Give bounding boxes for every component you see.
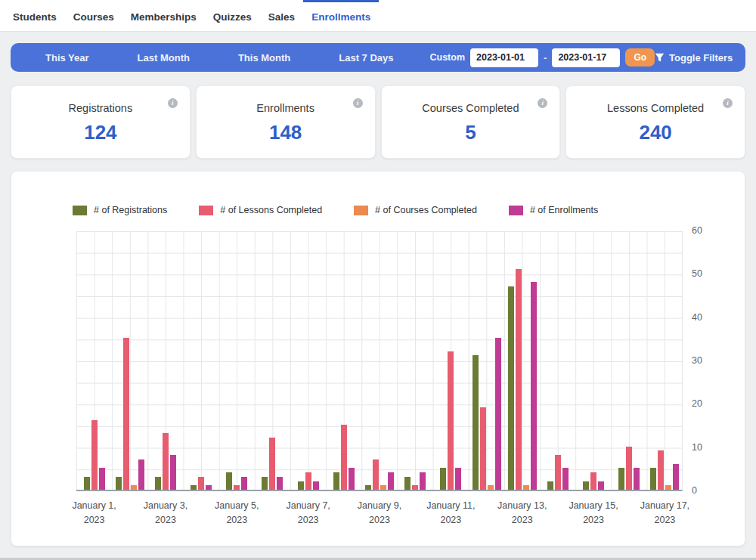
bar[interactable]	[555, 455, 561, 490]
bar[interactable]	[298, 481, 304, 490]
date-from-input[interactable]	[470, 48, 538, 67]
x-axis-tick-label: January 11,2023	[413, 499, 488, 528]
bar[interactable]	[583, 481, 589, 490]
bar[interactable]	[313, 481, 319, 490]
bar[interactable]	[269, 438, 275, 490]
bar[interactable]	[373, 459, 379, 490]
bar[interactable]	[598, 481, 604, 490]
bar-group	[469, 231, 504, 490]
bar[interactable]	[650, 468, 656, 490]
bar[interactable]	[191, 485, 197, 490]
tab-courses[interactable]: Courses	[65, 0, 122, 31]
bar[interactable]	[123, 338, 129, 490]
bar[interactable]	[91, 420, 98, 490]
bar[interactable]	[658, 450, 664, 490]
bar[interactable]	[365, 485, 371, 490]
bar[interactable]	[412, 485, 418, 490]
bar[interactable]	[420, 472, 426, 490]
bar[interactable]	[388, 472, 394, 490]
info-icon[interactable]: i	[168, 98, 178, 108]
bar[interactable]	[155, 477, 161, 490]
bar[interactable]	[198, 477, 204, 490]
quick-link-this-month[interactable]: This Month	[238, 52, 290, 63]
bar-group	[112, 231, 147, 490]
bar[interactable]	[673, 464, 679, 490]
custom-date-range: Custom - Go	[430, 48, 655, 67]
bar-group	[433, 231, 469, 490]
bar[interactable]	[116, 477, 122, 490]
bar-group	[398, 231, 433, 490]
bar-group	[147, 231, 183, 490]
filter-funnel-icon	[655, 53, 665, 63]
stat-card-value: 148	[197, 121, 375, 144]
bar[interactable]	[84, 477, 90, 490]
toggle-filters-button[interactable]: Toggle Filters	[655, 52, 733, 63]
bar[interactable]	[138, 459, 144, 490]
bar[interactable]	[333, 472, 339, 490]
quick-link-last-month[interactable]: Last Month	[138, 52, 190, 63]
quick-link-this-year[interactable]: This Year	[45, 52, 89, 63]
stat-card-lessons-completed: Lessons Completedi240	[565, 85, 745, 159]
bar[interactable]	[523, 485, 529, 490]
bar[interactable]	[262, 477, 268, 490]
legend-label: # of Lessons Completed	[220, 205, 322, 215]
tab-memberships[interactable]: Memberships	[122, 0, 205, 31]
stat-card-courses-completed: Courses Completedi5	[381, 85, 561, 159]
legend-swatch	[73, 206, 87, 215]
info-icon[interactable]: i	[353, 98, 363, 108]
bar[interactable]	[562, 468, 569, 490]
bar[interactable]	[99, 468, 105, 490]
bar[interactable]	[277, 477, 283, 490]
bar[interactable]	[626, 447, 632, 490]
bar[interactable]	[634, 468, 640, 490]
bar[interactable]	[448, 351, 454, 490]
bar[interactable]	[455, 468, 461, 490]
bar[interactable]	[241, 477, 247, 490]
bar[interactable]	[508, 286, 514, 490]
legend-swatch	[354, 206, 368, 215]
bar[interactable]	[170, 455, 176, 490]
bar[interactable]	[349, 468, 355, 490]
custom-label: Custom	[430, 52, 466, 63]
legend-label: # of Registrations	[94, 205, 167, 215]
tab-sales[interactable]: Sales	[260, 0, 303, 31]
bar[interactable]	[440, 468, 446, 490]
bar[interactable]	[531, 282, 537, 490]
date-to-input[interactable]	[552, 48, 620, 67]
bar[interactable]	[341, 425, 347, 490]
bar[interactable]	[618, 468, 624, 490]
bar[interactable]	[234, 485, 240, 490]
bar[interactable]	[131, 485, 137, 490]
bar[interactable]	[495, 338, 501, 490]
tab-quizzes[interactable]: Quizzes	[205, 0, 260, 31]
y-axis-tick-label: 40	[692, 312, 714, 323]
tab-students[interactable]: Students	[5, 0, 65, 31]
bar[interactable]	[206, 485, 212, 490]
bar[interactable]	[472, 355, 479, 490]
bar[interactable]	[547, 481, 553, 490]
tab-enrollments[interactable]: Enrollments	[303, 0, 379, 31]
stat-card-title: Courses Completed	[382, 102, 560, 114]
legend-swatch	[509, 206, 523, 215]
x-axis-tick-label: January 3,2023	[128, 499, 203, 528]
bar[interactable]	[305, 472, 311, 490]
legend-label: # of Courses Completed	[375, 205, 477, 215]
go-button[interactable]: Go	[625, 48, 655, 67]
chart-plot-area	[76, 231, 683, 491]
chart-legend: # of Registrations# of Lessons Completed…	[73, 205, 745, 215]
stat-card-title: Lessons Completed	[566, 102, 745, 114]
bar[interactable]	[226, 472, 232, 490]
bar[interactable]	[488, 485, 494, 490]
bar-group	[219, 231, 255, 490]
bar[interactable]	[480, 407, 486, 490]
bar-group	[575, 231, 611, 490]
bar[interactable]	[665, 485, 671, 490]
bar[interactable]	[404, 477, 411, 490]
bar[interactable]	[590, 472, 596, 490]
x-axis-tick-label: January 15,2023	[556, 499, 631, 528]
bar[interactable]	[380, 485, 386, 490]
info-icon[interactable]: i	[723, 98, 733, 108]
bar[interactable]	[163, 433, 169, 490]
quick-link-last-7-days[interactable]: Last 7 Days	[339, 52, 393, 63]
bar[interactable]	[516, 269, 522, 490]
